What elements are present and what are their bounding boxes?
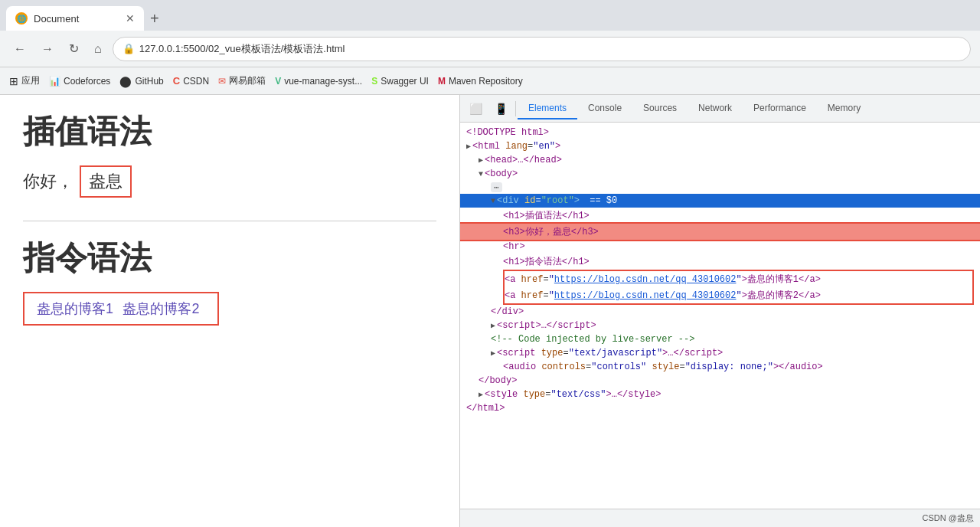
hr-tag: <hr> <box>503 241 525 252</box>
dom-body-close[interactable]: </body> <box>460 374 980 388</box>
back-button[interactable]: ← <box>9 39 31 59</box>
body-expand[interactable]: ▼ <box>479 170 483 178</box>
nav-bar: ← → ↻ ⌂ 🔒 127.0.0.1:5500/02_vue模板语法/模板语法… <box>0 31 980 67</box>
browser-tab[interactable]: 🌐 Document ✕ <box>6 6 144 31</box>
dom-a2[interactable]: <a href = "https://blog.csdn.net/qq_4301… <box>505 287 972 303</box>
h3-tag: <h3>你好，盎息</h3> <box>503 225 599 238</box>
bookmark-apps[interactable]: ⊞ 应用 <box>9 74 40 87</box>
divider <box>23 221 436 221</box>
page-content: 插值语法 你好， 盎息 指令语法 盎息的博客1 盎息的博客2 <box>0 95 459 527</box>
a1-eq: = <box>543 274 548 285</box>
a1-tag-close: >盎息的博客1</a> <box>742 273 821 286</box>
github-icon: ⬤ <box>119 75 132 87</box>
greeting-highlighted: 盎息 <box>80 165 132 198</box>
style-expand[interactable]: ▶ <box>479 390 483 399</box>
bookmark-codeforces[interactable]: 📊 Codeforces <box>49 76 110 87</box>
dom-more[interactable]: ⋯ <box>460 181 980 194</box>
a2-href-attr: href <box>521 290 544 301</box>
devtools-panel: ⬜ 📱 Elements Console Sources Network Per… <box>459 95 980 527</box>
a1-href-value: "https://blog.csdn.net/qq_43010602" <box>549 274 742 285</box>
style-type-value: "text/css" <box>550 389 606 400</box>
audio-style-eq: = <box>679 362 684 372</box>
bookmark-swagger[interactable]: S Swagger UI <box>371 76 429 87</box>
doctype-text: <!DOCTYPE html> <box>466 127 549 138</box>
links-box: 盎息的博客1 盎息的博客2 <box>23 292 219 326</box>
new-tab-button[interactable]: + <box>144 7 165 31</box>
html-lang-eq: = <box>528 141 533 152</box>
maven-icon: M <box>438 76 446 87</box>
secure-icon: 🔒 <box>122 43 135 54</box>
a2-tag-open: <a <box>505 290 521 301</box>
comment-text: <!-- Code injected by live-server --> <box>491 334 694 345</box>
html-tag-close: > <box>555 141 560 152</box>
home-button[interactable]: ⌂ <box>90 39 106 59</box>
script2-type-value: "text/javascript" <box>569 348 662 358</box>
dom-hr[interactable]: <hr> <box>460 240 980 254</box>
tab-elements[interactable]: Elements <box>518 98 577 119</box>
dom-div-root[interactable]: ▼ <div id = "root" > == $0 <box>460 194 980 208</box>
script1-tag: <script>…</script> <box>497 320 596 331</box>
forward-button[interactable]: → <box>37 39 58 59</box>
html-expand[interactable]: ▶ <box>466 142 471 151</box>
div-root-id-attr: id <box>519 195 536 206</box>
dom-div-close[interactable]: </div> <box>460 305 980 319</box>
audio-controls-value: "controls" <box>591 362 646 372</box>
swagger-icon: S <box>371 76 377 87</box>
tab-close-button[interactable]: ✕ <box>126 12 135 25</box>
reload-button[interactable]: ↻ <box>64 38 83 59</box>
blog-link-1[interactable]: 盎息的博客1 <box>37 301 113 316</box>
div-root-id-value: "root" <box>541 195 574 206</box>
address-bar[interactable]: 🔒 127.0.0.1:5500/02_vue模板语法/模板语法.html <box>113 37 971 61</box>
codeforces-icon: 📊 <box>49 76 60 87</box>
greeting-line: 你好， 盎息 <box>23 165 436 198</box>
script2-expand[interactable]: ▶ <box>491 349 495 358</box>
bookmark-maven[interactable]: M Maven Repository <box>438 76 523 87</box>
bookmark-wymail[interactable]: ✉ 网易邮箱 <box>218 74 266 87</box>
tab-network[interactable]: Network <box>688 98 743 119</box>
dom-h1-interpolation[interactable]: <h1>插值语法</h1> <box>460 208 980 224</box>
dom-audio[interactable]: <audio controls = "controls" style = "di… <box>460 360 980 374</box>
devtools-device-button[interactable]: 📱 <box>488 100 514 118</box>
tab-favicon: 🌐 <box>15 12 28 25</box>
tabs-separator <box>515 101 516 116</box>
style-tag: <style <box>485 389 523 400</box>
dom-comment[interactable]: <!-- Code injected by live-server --> <box>460 332 980 346</box>
bookmark-csdn[interactable]: C CSDN <box>173 75 209 87</box>
head-expand[interactable]: ▶ <box>479 155 483 165</box>
dom-a1[interactable]: <a href = "https://blog.csdn.net/qq_4301… <box>505 271 972 287</box>
div-root-expand[interactable]: ▼ <box>491 197 495 205</box>
tab-performance[interactable]: Performance <box>743 98 817 119</box>
dom-h3[interactable]: <h3>你好，盎息</h3> <box>460 224 980 240</box>
bookmark-label: 网易邮箱 <box>229 74 266 87</box>
dom-body-open[interactable]: ▼ <body> <box>460 167 980 181</box>
h1-interp-tag: <h1>插值语法</h1> <box>503 209 590 222</box>
bookmark-vue[interactable]: V vue-manage-syst... <box>275 76 362 87</box>
csdn-icon: C <box>173 75 180 87</box>
tab-memory[interactable]: Memory <box>817 98 871 119</box>
devtools-bottom-bar: CSDN @盎息 <box>460 509 980 527</box>
dom-script1[interactable]: ▶ <script>…</script> <box>460 319 980 332</box>
tab-console[interactable]: Console <box>577 98 632 119</box>
address-text: 127.0.0.1:5500/02_vue模板语法/模板语法.html <box>139 42 961 56</box>
dom-head[interactable]: ▶ <head>…</head> <box>460 153 980 167</box>
dom-html[interactable]: ▶ <html lang = "en" > <box>460 139 980 153</box>
script1-expand[interactable]: ▶ <box>491 321 495 330</box>
browser-chrome: 🌐 Document ✕ + ← → ↻ ⌂ 🔒 127.0.0.1:5500/… <box>0 0 980 95</box>
dom-html-close[interactable]: </html> <box>460 401 980 415</box>
h1-dir-tag: <h1>指令语法</h1> <box>503 255 590 268</box>
dom-script2[interactable]: ▶ <script type = "text/javascript" >…</s… <box>460 346 980 360</box>
devtools-bottom-text: CSDN @盎息 <box>923 513 974 522</box>
dom-links-box: <a href = "https://blog.csdn.net/qq_4301… <box>503 270 974 305</box>
dom-style[interactable]: ▶ <style type = "text/css" >…</style> <box>460 388 980 401</box>
audio-controls-attr: controls <box>541 362 586 372</box>
devtools-inspect-button[interactable]: ⬜ <box>463 100 488 118</box>
dom-doctype[interactable]: <!DOCTYPE html> <box>460 126 980 139</box>
dom-h1-directive[interactable]: <h1>指令语法</h1> <box>460 254 980 270</box>
more-button[interactable]: ⋯ <box>491 182 502 192</box>
blog-link-2[interactable]: 盎息的博客2 <box>122 301 199 316</box>
script2-type-attr: type <box>541 348 564 358</box>
bookmark-github[interactable]: ⬤ GitHub <box>119 75 163 87</box>
bookmark-label: CSDN <box>183 76 209 87</box>
devtools-dom-content: <!DOCTYPE html> ▶ <html lang = "en" > ▶ … <box>460 123 980 509</box>
tab-sources[interactable]: Sources <box>632 98 688 119</box>
